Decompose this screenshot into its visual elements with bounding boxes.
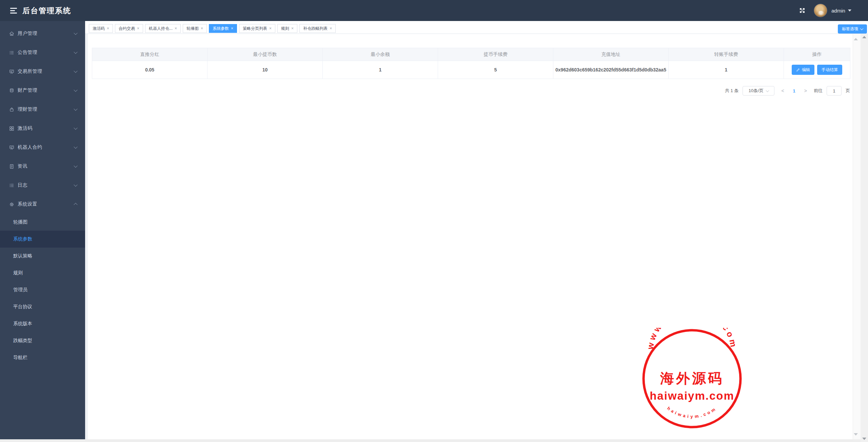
edit-label: 编辑	[802, 67, 810, 73]
tab-cover-decline-list[interactable]: 补仓跌幅列表×	[299, 24, 336, 33]
cell-direct-dividend: 0.05	[92, 61, 208, 79]
submenu-item-decline-type[interactable]: 跌幅类型	[0, 332, 85, 349]
manual-settle-label: 手动结算	[822, 67, 838, 73]
chevron-down-icon	[766, 89, 769, 92]
scrollbar-down-icon[interactable]	[862, 438, 866, 440]
close-icon[interactable]: ×	[269, 26, 272, 30]
cell-transfer-fee: 1	[669, 61, 784, 79]
app-header: 后台管理系统 admin	[0, 0, 868, 21]
page-size-select[interactable]: 10条/页	[743, 86, 774, 96]
tab-rules[interactable]: 规则×	[277, 24, 297, 33]
close-icon[interactable]: ×	[330, 26, 332, 30]
sidebar-item-label: 用户管理	[18, 30, 37, 37]
avatar[interactable]	[814, 4, 827, 17]
goto-label: 前往	[814, 88, 823, 94]
scrollbar-up-icon[interactable]	[862, 36, 866, 38]
board-chart-icon	[9, 145, 14, 150]
cell-deposit-address: 0x962d603c659b162c202fd55d663f1d5d0db32a…	[553, 61, 669, 79]
sidebar-item-system-settings[interactable]: 系统设置	[0, 195, 85, 214]
pencil-icon	[796, 68, 800, 72]
sidebar-item-logs[interactable]: 日志	[0, 176, 85, 195]
prev-page-button[interactable]: <	[778, 88, 787, 93]
chevron-down-icon	[74, 164, 77, 168]
tab-robot-position[interactable]: 机器人持仓...×	[145, 24, 181, 33]
tab-activation-code[interactable]: 激活码×	[89, 24, 113, 33]
submenu-item-navbar[interactable]: 导航栏	[0, 349, 85, 366]
edit-button[interactable]: 编辑	[792, 65, 814, 75]
sidebar-item-exchange-mgmt[interactable]: 交易所管理	[0, 62, 85, 81]
content-right-gutter	[853, 34, 861, 439]
tab-carousel[interactable]: 轮播图×	[183, 24, 207, 33]
submenu-label: 默认策略	[13, 253, 32, 259]
sidebar-item-news[interactable]: 资讯	[0, 157, 85, 176]
system-params-table: 直推分红 最小提币数 最小余额 提币手续费 充值地址 转账手续费 操作 0.05…	[92, 48, 850, 79]
sidebar-item-user-mgmt[interactable]: 用户管理	[0, 24, 85, 43]
cell-withdraw-fee: 5	[438, 61, 553, 79]
sidebar-item-label: 公告管理	[18, 49, 37, 56]
close-icon[interactable]: ×	[175, 26, 177, 30]
tab-strategy-page-list[interactable]: 策略分页列表×	[239, 24, 275, 33]
tab-label: 规则	[281, 26, 289, 31]
sidebar-item-announcement-mgmt[interactable]: 公告管理	[0, 43, 85, 62]
pagination: 共 1 条 10条/页 < 1 > 前往 页	[92, 86, 850, 96]
sidebar-nav: 用户管理 公告管理 交易所管理 财产管理 理财管理 激活码 机器人合约 资讯	[0, 21, 85, 439]
gear-icon	[9, 202, 14, 207]
content-left-gap	[85, 34, 88, 439]
submenu-label: 管理员	[13, 287, 27, 293]
manual-settle-button[interactable]: 手动结算	[817, 65, 842, 75]
tab-contract-trade[interactable]: 合约交易×	[115, 24, 143, 33]
sidebar-item-label: 财产管理	[18, 87, 37, 93]
tab-system-params[interactable]: 系统参数×	[209, 24, 237, 33]
close-icon[interactable]: ×	[201, 26, 203, 30]
sidebar-item-property-mgmt[interactable]: 财产管理	[0, 81, 85, 100]
submenu-label: 系统版本	[13, 321, 32, 327]
close-icon[interactable]: ×	[137, 26, 139, 30]
board-chart-icon	[9, 69, 14, 74]
current-page[interactable]: 1	[791, 88, 797, 93]
submenu-label: 系统参数	[13, 236, 32, 242]
table-header-row: 直推分红 最小提币数 最小余额 提币手续费 充值地址 转账手续费 操作	[92, 48, 850, 61]
inner-scrollbar-up-icon[interactable]	[854, 38, 858, 40]
col-min-balance: 最小余额	[323, 48, 438, 61]
vertical-scrollbar[interactable]	[861, 34, 868, 442]
route-tabs-bar: 激活码× 合约交易× 机器人持仓...× 轮播图× 系统参数× 策略分页列表× …	[85, 21, 868, 34]
inner-scrollbar-down-icon[interactable]	[854, 433, 858, 436]
app-title: 后台管理系统	[22, 6, 71, 16]
table-row: 0.05 10 1 5 0x962d603c659b162c202fd55d66…	[92, 61, 850, 79]
submenu-label: 规则	[13, 270, 23, 276]
submenu-item-default-strategy[interactable]: 默认策略	[0, 248, 85, 265]
submenu-item-system-version[interactable]: 系统版本	[0, 315, 85, 332]
close-icon[interactable]: ×	[107, 26, 109, 30]
fullscreen-icon[interactable]	[799, 7, 806, 14]
caret-down-icon	[848, 9, 851, 12]
submenu-item-platform-agreement[interactable]: 平台协议	[0, 298, 85, 315]
submenu-item-rules[interactable]: 规则	[0, 265, 85, 281]
sidebar-item-label: 交易所管理	[18, 68, 42, 75]
tab-label: 合约交易	[119, 26, 135, 31]
close-icon[interactable]: ×	[291, 26, 294, 30]
close-icon[interactable]: ×	[231, 26, 233, 30]
tag-options-button[interactable]: 标签选项	[838, 24, 867, 34]
chevron-down-icon	[74, 31, 77, 35]
sidebar-item-robot-contract[interactable]: 机器人合约	[0, 138, 85, 157]
sidebar-item-activation-code[interactable]: 激活码	[0, 119, 85, 138]
next-page-button[interactable]: >	[802, 88, 810, 93]
col-withdraw-fee: 提币手续费	[438, 48, 553, 61]
sidebar-item-finance-mgmt[interactable]: 理财管理	[0, 100, 85, 119]
submenu-item-system-params[interactable]: 系统参数	[0, 231, 85, 248]
submenu-label: 导航栏	[13, 355, 27, 361]
cell-actions: 编辑 手动结算	[784, 61, 850, 79]
goto-page-input[interactable]	[827, 86, 842, 96]
horizontal-scrollbar[interactable]	[0, 439, 868, 442]
submenu-item-carousel[interactable]: 轮播图	[0, 214, 85, 231]
chevron-down-icon	[74, 145, 77, 149]
list-icon	[9, 183, 14, 188]
bag-icon	[9, 107, 14, 112]
submenu-item-admins[interactable]: 管理员	[0, 281, 85, 298]
col-min-withdraw: 最小提币数	[208, 48, 323, 61]
sidebar-item-label: 资讯	[18, 163, 27, 169]
user-menu[interactable]: admin	[831, 0, 851, 21]
hamburger-menu-icon[interactable]	[10, 8, 18, 14]
chevron-down-icon	[74, 183, 77, 187]
route-tabs: 激活码× 合约交易× 机器人持仓...× 轮播图× 系统参数× 策略分页列表× …	[89, 24, 336, 33]
